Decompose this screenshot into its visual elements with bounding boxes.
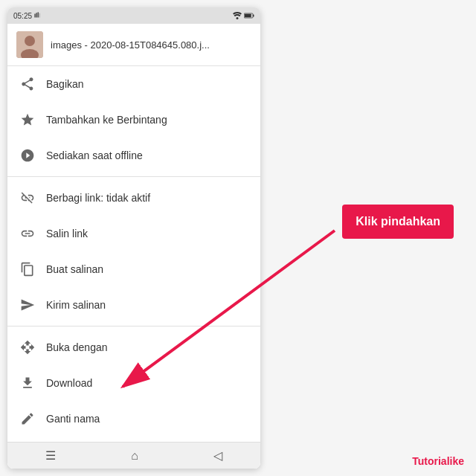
svg-rect-7 (253, 15, 254, 17)
menu-item-tambahkan[interactable]: Tambahkan ke Berbintang (7, 102, 260, 138)
status-right (233, 12, 254, 19)
menu-label-tambahkan: Tambahkan ke Berbintang (46, 114, 167, 126)
avatar (16, 31, 43, 58)
menu-label-buat-salinan: Buat salinan (46, 263, 103, 275)
watermark-brand-highlight: Tutorial (412, 455, 449, 467)
tooltip-text: Klik pindahkan (356, 215, 440, 228)
menu-item-kirim-salinan[interactable]: Kirim salinan (7, 287, 260, 323)
menu-item-buka-dengan[interactable]: Buka dengan (7, 329, 260, 365)
svg-rect-1 (36, 13, 37, 17)
link-off-icon (19, 190, 36, 206)
copy-link-icon (19, 225, 36, 242)
copy-icon (19, 261, 36, 277)
menu-label-bagikan: Bagikan (46, 78, 84, 90)
menu-item-ganti-nama[interactable]: Ganti nama (7, 401, 260, 437)
nav-home-icon[interactable]: ⌂ (131, 449, 138, 463)
svg-rect-0 (34, 14, 35, 18)
watermark: Tutorialike (412, 455, 464, 467)
header-title: images - 2020-08-15T084645.080.j... (51, 39, 251, 51)
menu-item-berbagi-link[interactable]: Berbagi link: tidak aktif (7, 180, 260, 216)
menu-item-download[interactable]: Download (7, 365, 260, 401)
share-icon (19, 76, 36, 92)
star-icon (19, 112, 36, 128)
nav-back-icon[interactable]: ◁ (213, 448, 222, 463)
menu-label-salin-link: Salin link (46, 228, 88, 239)
menu-item-buat-salinan[interactable]: Buat salinan (7, 251, 260, 287)
rename-icon (19, 411, 36, 427)
nav-menu-icon[interactable]: ☰ (45, 448, 56, 463)
svg-rect-3 (39, 13, 40, 18)
offline-icon (19, 147, 36, 164)
menu-label-ganti-nama: Ganti nama (46, 413, 100, 425)
svg-rect-2 (38, 12, 39, 17)
status-bar: 05:25 (7, 7, 260, 24)
tooltip-box: Klik pindahkan (342, 205, 454, 239)
menu-list: BagikanTambahkan ke BerbintangSediakan s… (7, 66, 260, 469)
nav-bar: ☰ ⌂ ◁ (7, 442, 260, 469)
menu-label-offline: Sediakan saat offline (46, 149, 143, 161)
menu-label-kirim-salinan: Kirim salinan (46, 299, 106, 311)
menu-label-berbagi-link: Berbagi link: tidak aktif (46, 192, 150, 204)
header: images - 2020-08-15T084645.080.j... (7, 24, 260, 66)
menu-divider-8 (7, 326, 260, 327)
svg-point-9 (25, 36, 35, 46)
watermark-brand-rest: ike (450, 455, 464, 467)
menu-item-salin-link[interactable]: Salin link (7, 216, 260, 251)
menu-item-offline[interactable]: Sediakan saat offline (7, 138, 260, 173)
svg-rect-6 (245, 14, 251, 18)
menu-divider-3 (7, 176, 260, 177)
menu-label-download: Download (46, 377, 92, 389)
download-icon (19, 375, 36, 391)
menu-item-bagikan[interactable]: Bagikan (7, 66, 260, 102)
phone-frame: 05:25 images - 2020-08-15T084645.080.j..… (7, 7, 260, 469)
status-left: 05:25 (13, 12, 42, 20)
svg-point-4 (237, 17, 239, 19)
open-with-icon (19, 339, 36, 356)
send-icon (19, 297, 36, 313)
menu-label-buka-dengan: Buka dengan (46, 341, 108, 353)
status-time: 05:25 (13, 12, 32, 20)
